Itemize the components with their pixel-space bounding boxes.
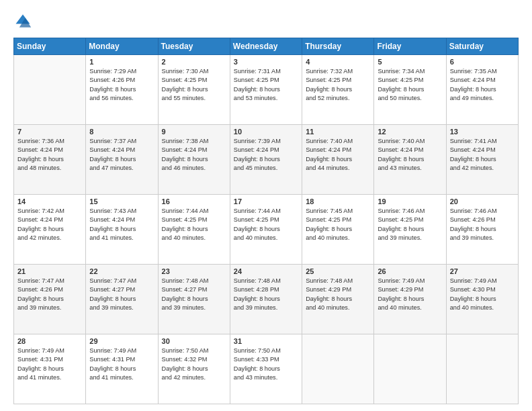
calendar-cell: 14Sunrise: 7:42 AM Sunset: 4:24 PM Dayli… <box>14 195 86 265</box>
calendar-cell: 21Sunrise: 7:47 AM Sunset: 4:26 PM Dayli… <box>14 265 86 334</box>
day-number: 2 <box>162 58 226 66</box>
day-number: 3 <box>234 58 298 66</box>
day-info: Sunrise: 7:49 AM Sunset: 4:29 PM Dayligh… <box>378 277 442 312</box>
day-number: 29 <box>89 337 154 345</box>
day-number: 6 <box>450 58 515 66</box>
calendar-cell: 7Sunrise: 7:36 AM Sunset: 4:24 PM Daylig… <box>14 125 86 195</box>
calendar-cell: 8Sunrise: 7:37 AM Sunset: 4:24 PM Daylig… <box>86 125 158 195</box>
day-number: 8 <box>89 128 154 136</box>
day-of-week-header: Monday <box>86 38 158 55</box>
day-number: 19 <box>378 197 442 205</box>
day-number: 18 <box>306 197 370 205</box>
day-of-week-header: Wednesday <box>230 38 302 55</box>
calendar-cell: 26Sunrise: 7:49 AM Sunset: 4:29 PM Dayli… <box>374 265 446 334</box>
day-number: 27 <box>450 267 515 275</box>
day-info: Sunrise: 7:47 AM Sunset: 4:26 PM Dayligh… <box>17 277 82 312</box>
day-info: Sunrise: 7:49 AM Sunset: 4:30 PM Dayligh… <box>450 277 515 312</box>
calendar-cell <box>374 334 446 404</box>
day-number: 28 <box>17 337 82 345</box>
calendar-cell: 9Sunrise: 7:38 AM Sunset: 4:24 PM Daylig… <box>158 125 230 195</box>
day-number: 12 <box>378 128 442 136</box>
day-info: Sunrise: 7:36 AM Sunset: 4:24 PM Dayligh… <box>17 137 82 173</box>
calendar-week-row: 14Sunrise: 7:42 AM Sunset: 4:24 PM Dayli… <box>14 195 519 265</box>
day-number: 14 <box>17 197 82 205</box>
day-info: Sunrise: 7:44 AM Sunset: 4:25 PM Dayligh… <box>162 207 226 242</box>
day-number: 16 <box>162 197 226 205</box>
calendar-cell: 6Sunrise: 7:35 AM Sunset: 4:24 PM Daylig… <box>446 55 518 125</box>
day-info: Sunrise: 7:48 AM Sunset: 4:28 PM Dayligh… <box>234 277 298 312</box>
calendar-cell: 2Sunrise: 7:30 AM Sunset: 4:25 PM Daylig… <box>158 55 230 125</box>
day-info: Sunrise: 7:44 AM Sunset: 4:25 PM Dayligh… <box>234 207 298 242</box>
calendar-cell: 25Sunrise: 7:48 AM Sunset: 4:29 PM Dayli… <box>302 265 374 334</box>
calendar-cell: 28Sunrise: 7:49 AM Sunset: 4:31 PM Dayli… <box>14 334 86 404</box>
calendar-week-row: 7Sunrise: 7:36 AM Sunset: 4:24 PM Daylig… <box>14 125 519 195</box>
day-number: 9 <box>162 128 226 136</box>
day-info: Sunrise: 7:38 AM Sunset: 4:24 PM Dayligh… <box>162 137 226 173</box>
day-number: 4 <box>306 58 370 66</box>
day-info: Sunrise: 7:34 AM Sunset: 4:25 PM Dayligh… <box>378 67 442 103</box>
day-info: Sunrise: 7:46 AM Sunset: 4:26 PM Dayligh… <box>450 207 515 242</box>
calendar-cell: 30Sunrise: 7:50 AM Sunset: 4:32 PM Dayli… <box>158 334 230 404</box>
day-info: Sunrise: 7:48 AM Sunset: 4:29 PM Dayligh… <box>306 277 370 312</box>
calendar-week-row: 28Sunrise: 7:49 AM Sunset: 4:31 PM Dayli… <box>14 334 519 404</box>
calendar-cell: 22Sunrise: 7:47 AM Sunset: 4:27 PM Dayli… <box>86 265 158 334</box>
calendar-cell <box>446 334 518 404</box>
day-info: Sunrise: 7:40 AM Sunset: 4:24 PM Dayligh… <box>378 137 442 173</box>
day-number: 22 <box>89 267 154 275</box>
day-info: Sunrise: 7:47 AM Sunset: 4:27 PM Dayligh… <box>89 277 154 312</box>
day-info: Sunrise: 7:30 AM Sunset: 4:25 PM Dayligh… <box>162 67 226 103</box>
day-number: 25 <box>306 267 370 275</box>
calendar-cell: 1Sunrise: 7:29 AM Sunset: 4:26 PM Daylig… <box>86 55 158 125</box>
calendar-cell: 5Sunrise: 7:34 AM Sunset: 4:25 PM Daylig… <box>374 55 446 125</box>
calendar-cell: 13Sunrise: 7:41 AM Sunset: 4:24 PM Dayli… <box>446 125 518 195</box>
day-number: 15 <box>89 197 154 205</box>
calendar-cell: 10Sunrise: 7:39 AM Sunset: 4:24 PM Dayli… <box>230 125 302 195</box>
calendar-cell: 29Sunrise: 7:49 AM Sunset: 4:31 PM Dayli… <box>86 334 158 404</box>
day-number: 7 <box>17 128 82 136</box>
calendar-cell: 16Sunrise: 7:44 AM Sunset: 4:25 PM Dayli… <box>158 195 230 265</box>
day-info: Sunrise: 7:39 AM Sunset: 4:24 PM Dayligh… <box>234 137 298 173</box>
day-number: 1 <box>89 58 154 66</box>
day-number: 30 <box>162 337 226 345</box>
calendar-cell: 19Sunrise: 7:46 AM Sunset: 4:25 PM Dayli… <box>374 195 446 265</box>
logo <box>13 12 35 31</box>
day-info: Sunrise: 7:41 AM Sunset: 4:24 PM Dayligh… <box>450 137 515 173</box>
calendar-table: SundayMondayTuesdayWednesdayThursdayFrid… <box>13 38 519 404</box>
day-info: Sunrise: 7:37 AM Sunset: 4:24 PM Dayligh… <box>89 137 154 173</box>
day-info: Sunrise: 7:40 AM Sunset: 4:24 PM Dayligh… <box>306 137 370 173</box>
day-info: Sunrise: 7:50 AM Sunset: 4:32 PM Dayligh… <box>162 347 226 382</box>
calendar-cell: 24Sunrise: 7:48 AM Sunset: 4:28 PM Dayli… <box>230 265 302 334</box>
page: SundayMondayTuesdayWednesdayThursdayFrid… <box>0 0 532 411</box>
day-of-week-header: Thursday <box>302 38 374 55</box>
calendar-cell: 23Sunrise: 7:48 AM Sunset: 4:27 PM Dayli… <box>158 265 230 334</box>
day-of-week-header: Tuesday <box>158 38 230 55</box>
day-info: Sunrise: 7:29 AM Sunset: 4:26 PM Dayligh… <box>89 67 154 103</box>
calendar-cell <box>302 334 374 404</box>
day-of-week-header: Saturday <box>446 38 518 55</box>
day-number: 31 <box>234 337 298 345</box>
day-info: Sunrise: 7:49 AM Sunset: 4:31 PM Dayligh… <box>17 347 82 382</box>
day-of-week-header: Sunday <box>14 38 86 55</box>
calendar-week-row: 1Sunrise: 7:29 AM Sunset: 4:26 PM Daylig… <box>14 55 519 125</box>
day-info: Sunrise: 7:42 AM Sunset: 4:24 PM Dayligh… <box>17 207 82 242</box>
day-number: 13 <box>450 128 515 136</box>
day-number: 5 <box>378 58 442 66</box>
calendar-cell: 3Sunrise: 7:31 AM Sunset: 4:25 PM Daylig… <box>230 55 302 125</box>
day-info: Sunrise: 7:31 AM Sunset: 4:25 PM Dayligh… <box>234 67 298 103</box>
calendar-cell <box>14 55 86 125</box>
day-of-week-header: Friday <box>374 38 446 55</box>
logo-icon <box>13 12 32 31</box>
day-number: 11 <box>306 128 370 136</box>
day-info: Sunrise: 7:45 AM Sunset: 4:25 PM Dayligh… <box>306 207 370 242</box>
calendar-header-row: SundayMondayTuesdayWednesdayThursdayFrid… <box>14 38 519 55</box>
header <box>13 12 519 31</box>
day-number: 24 <box>234 267 298 275</box>
calendar-cell: 15Sunrise: 7:43 AM Sunset: 4:24 PM Dayli… <box>86 195 158 265</box>
day-info: Sunrise: 7:49 AM Sunset: 4:31 PM Dayligh… <box>89 347 154 382</box>
day-number: 17 <box>234 197 298 205</box>
day-number: 21 <box>17 267 82 275</box>
day-info: Sunrise: 7:43 AM Sunset: 4:24 PM Dayligh… <box>89 207 154 242</box>
calendar-cell: 18Sunrise: 7:45 AM Sunset: 4:25 PM Dayli… <box>302 195 374 265</box>
calendar-cell: 4Sunrise: 7:32 AM Sunset: 4:25 PM Daylig… <box>302 55 374 125</box>
day-info: Sunrise: 7:46 AM Sunset: 4:25 PM Dayligh… <box>378 207 442 242</box>
